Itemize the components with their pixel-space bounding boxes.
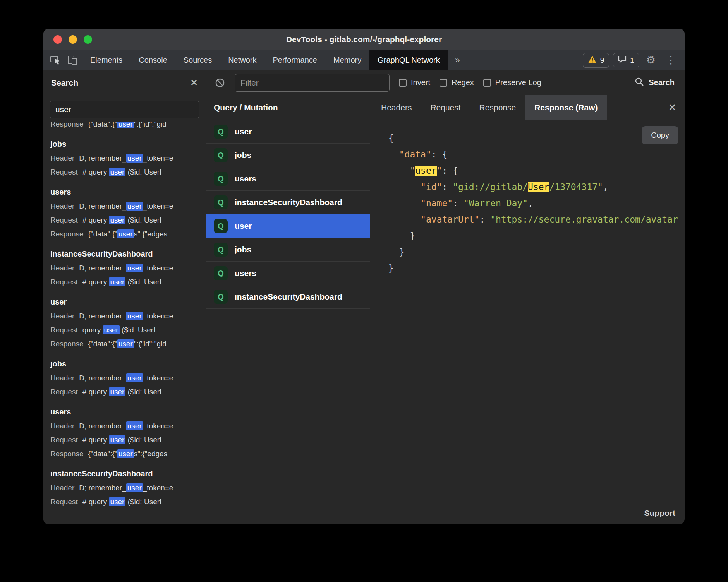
query-list-item[interactable]: Quser [206,120,370,144]
search-match-highlight: user [126,264,143,272]
query-list-item[interactable]: Qjobs [206,238,370,262]
zoom-window-button[interactable] [84,35,92,44]
query-panel-header: Query / Mutation [206,95,370,120]
message-count: 1 [630,56,634,65]
search-result-row[interactable]: Response{"data":{"users":{"edges [50,227,199,241]
search-input-wrap [43,95,206,122]
search-result-row[interactable]: Request# query user ($id: UserI [50,495,199,509]
settings-gear-icon[interactable]: ⚙ [643,55,659,65]
regex-label: Regex [452,78,474,87]
tab-memory[interactable]: Memory [325,50,369,70]
search-result-row[interactable]: Request# query user ($id: UserI [50,275,199,289]
search-input[interactable] [50,101,199,118]
json-segment: /13704317" [549,182,603,192]
json-line: "name": "Warren Day", [388,195,685,211]
response-tab-response[interactable]: Response [470,95,525,120]
json-segment [388,198,421,208]
tab-sources[interactable]: Sources [175,50,220,70]
query-list-item[interactable]: QinstanceSecurityDashboard [206,191,370,214]
search-panel: Search ✕ Response{"data":{"user":{"id":"… [43,70,206,524]
close-window-button[interactable] [53,35,62,44]
search-match-highlight: user [126,421,143,430]
regex-checkbox-group[interactable]: Regex [440,78,474,87]
json-segment: } [388,231,415,241]
search-result-row[interactable]: Request# query user ($id: UserI [50,385,199,399]
more-tabs-chevron-icon[interactable]: » [448,50,467,70]
preserve-log-checkbox-group[interactable]: Preserve Log [483,78,541,87]
toolbar-search-button[interactable]: Search [634,77,676,89]
inspect-element-icon[interactable] [50,55,61,66]
invert-checkbox-group[interactable]: Invert [399,78,430,87]
tab-graphql-network[interactable]: GraphQL Network [369,50,448,70]
message-bubble-icon [618,55,627,65]
query-list-item[interactable]: Qusers [206,262,370,285]
filter-input[interactable] [235,74,390,92]
warning-icon [588,55,597,65]
result-text-segment: # query [82,278,109,286]
support-link[interactable]: Support [644,508,675,518]
result-text-segment: # query [82,216,109,224]
search-result-row[interactable]: HeaderD; remember_user_token=e [50,481,199,495]
search-result-row[interactable]: Request# query user ($id: UserI [50,165,199,179]
search-result-row[interactable]: Requestquery user ($id: UserI [50,323,199,337]
warnings-badge[interactable]: 9 [583,53,610,68]
result-text-segment: _token=e [143,422,173,430]
result-text-segment: # query [82,388,109,396]
result-row-label: Header [50,202,74,210]
search-result-row[interactable]: Response{"data":{"users":{"edges [50,447,199,461]
search-result-row[interactable]: HeaderD; remember_user_token=e [50,261,199,275]
json-segment: " [437,166,442,176]
query-type-badge: Q [214,290,228,304]
json-content: { "data": { "user": { "id": "gid://gitla… [388,130,685,276]
search-result-row[interactable]: HeaderD; remember_user_token=e [50,199,199,213]
search-result-row[interactable]: Response{"data":{"user":{"id":"gid [50,122,199,131]
tab-network[interactable]: Network [220,50,264,70]
devtools-content: Search ✕ Response{"data":{"user":{"id":"… [43,70,685,524]
search-panel-header: Search ✕ [43,70,206,95]
search-match-highlight: user [126,483,143,492]
query-list-item[interactable]: Qjobs [206,144,370,167]
search-result-row[interactable]: Response{"data":{"user":{"id":"gid [50,337,199,351]
device-toolbar-icon[interactable] [67,55,78,66]
query-list-item[interactable]: Qusers [206,167,370,191]
minimize-window-button[interactable] [69,35,77,44]
search-result-row[interactable]: HeaderD; remember_user_token=e [50,151,199,165]
json-segment: { [388,133,394,143]
search-result-row[interactable]: Request# query user ($id: UserI [50,213,199,227]
result-row-label: Header [50,312,74,320]
copy-button[interactable]: Copy [642,126,678,144]
preserve-log-checkbox[interactable] [483,79,491,87]
messages-badge[interactable]: 1 [613,53,639,67]
regex-checkbox[interactable] [440,79,447,87]
kebab-menu-icon[interactable]: ⋮ [663,55,679,65]
query-list: QuserQjobsQusersQinstanceSecurityDashboa… [206,120,370,524]
close-response-panel-button[interactable]: ✕ [668,102,676,113]
response-tab-request[interactable]: Request [421,95,470,120]
query-list-item[interactable]: Quser [206,214,370,238]
clear-block-icon[interactable] [215,77,225,88]
result-row-label: Request [50,436,78,444]
search-result-row[interactable]: HeaderD; remember_user_token=e [50,371,199,385]
result-text-segment: D; remember_ [79,202,126,210]
query-list-item[interactable]: QinstanceSecurityDashboard [206,285,370,309]
result-text-segment: D; remember_ [79,374,126,382]
search-result-row[interactable]: HeaderD; remember_user_token=e [50,309,199,323]
result-text-segment: ($id: UserI [125,216,161,224]
query-mutation-panel: Query / Mutation QuserQjobsQusersQinstan… [206,95,370,524]
result-text-segment: _token=e [143,484,173,492]
search-result-row[interactable]: Request# query user ($id: UserI [50,433,199,447]
tab-performance[interactable]: Performance [265,50,326,70]
result-group-name: users [50,404,199,419]
close-search-panel-button[interactable]: ✕ [190,77,198,88]
response-panel: HeadersRequestResponseResponse (Raw) ✕ C… [370,95,685,524]
response-tab-headers[interactable]: Headers [372,95,421,120]
result-row-label: Request [50,498,78,506]
search-result-row[interactable]: HeaderD; remember_user_token=e [50,419,199,433]
query-item-label: users [235,269,256,278]
invert-checkbox[interactable] [399,79,407,87]
tab-elements[interactable]: Elements [82,50,130,70]
response-tab-response-raw[interactable]: Response (Raw) [525,95,607,120]
tab-console[interactable]: Console [130,50,175,70]
result-text-segment: s":{"edges [134,230,167,238]
result-text-segment: ($id: UserI [125,388,161,396]
